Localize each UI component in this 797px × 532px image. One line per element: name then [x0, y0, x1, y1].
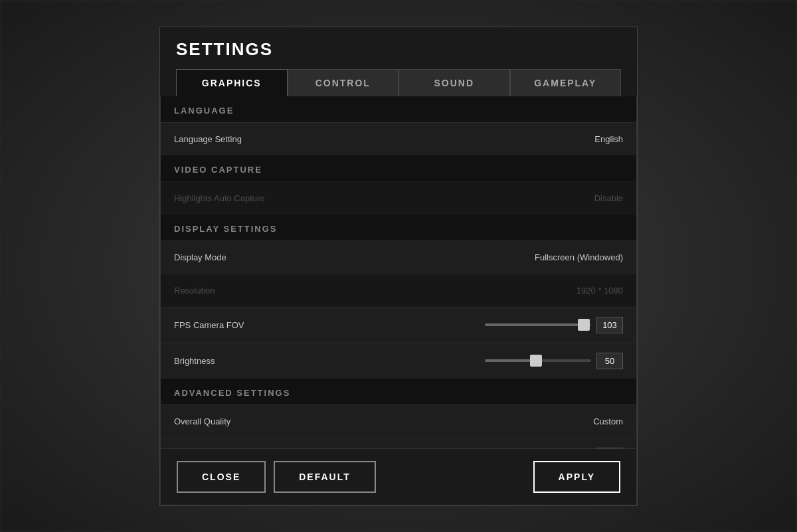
- row-language-setting: Language Setting English: [161, 122, 636, 155]
- value-resolution: 1920 * 1080: [576, 286, 623, 296]
- label-fps-camera-fov: FPS Camera FOV: [174, 320, 244, 330]
- settings-title: SETTINGS: [176, 39, 621, 60]
- row-resolution: Resolution 1920 * 1080: [161, 274, 636, 307]
- value-display-mode: Fullscreen (Windowed): [535, 252, 623, 262]
- settings-modal: SETTINGS GRAPHICS CONTROL SOUND GAMEPLAY…: [159, 27, 638, 506]
- label-brightness: Brightness: [174, 356, 215, 366]
- row-highlights-auto-capture: Highlights Auto Capture Disable: [161, 181, 636, 215]
- slider-track-brightness: [485, 359, 591, 362]
- value-language-setting: English: [594, 134, 623, 144]
- label-language-setting: Language Setting: [174, 134, 242, 144]
- row-screen-scale: Screen Scale 100: [161, 438, 636, 448]
- settings-footer: CLOSE DEFAULT APPLY: [160, 448, 637, 505]
- row-display-mode: Display Mode Fullscreen (Windowed): [161, 240, 636, 274]
- section-advanced-settings-header: ADVANCED SETTINGS: [161, 379, 636, 404]
- tab-control[interactable]: CONTROL: [288, 69, 399, 96]
- tab-graphics[interactable]: GRAPHICS: [176, 69, 288, 96]
- slider-fill-brightness: [485, 359, 536, 362]
- tab-sound[interactable]: SOUND: [398, 69, 510, 96]
- default-button[interactable]: DEFAULT: [274, 461, 376, 493]
- value-overall-quality: Custom: [593, 416, 623, 426]
- tabs-row: GRAPHICS CONTROL SOUND GAMEPLAY: [176, 69, 621, 96]
- slider-brightness[interactable]: 50: [485, 353, 623, 369]
- label-highlights-auto-capture: Highlights Auto Capture: [174, 193, 265, 203]
- apply-button[interactable]: APPLY: [533, 461, 620, 493]
- slider-fps-camera-fov[interactable]: 103: [485, 317, 623, 333]
- content-wrapper: LANGUAGE Language Setting English VIDEO …: [160, 96, 637, 448]
- section-language-header: LANGUAGE: [161, 96, 636, 122]
- label-overall-quality: Overall Quality: [174, 416, 230, 426]
- row-fps-camera-fov: FPS Camera FOV 103: [161, 307, 636, 343]
- slider-value-screen-scale: 100: [596, 448, 623, 448]
- label-display-mode: Display Mode: [174, 252, 226, 262]
- slider-fill-fps-fov: [485, 323, 584, 326]
- label-resolution: Resolution: [174, 286, 215, 296]
- settings-header: SETTINGS GRAPHICS CONTROL SOUND GAMEPLAY: [160, 27, 637, 96]
- row-brightness: Brightness 50: [161, 343, 636, 379]
- slider-thumb-brightness[interactable]: [530, 355, 542, 367]
- slider-track-fps-fov: [485, 323, 591, 326]
- footer-left: CLOSE DEFAULT: [177, 461, 376, 493]
- section-video-capture-header: VIDEO CAPTURE: [161, 155, 636, 181]
- slider-value-fps-fov: 103: [596, 317, 623, 333]
- settings-body[interactable]: LANGUAGE Language Setting English VIDEO …: [160, 96, 637, 448]
- close-button[interactable]: CLOSE: [177, 461, 266, 493]
- tab-gameplay[interactable]: GAMEPLAY: [510, 69, 622, 96]
- row-overall-quality: Overall Quality Custom: [161, 404, 636, 438]
- slider-value-brightness: 50: [596, 353, 623, 369]
- slider-thumb-fps-fov[interactable]: [578, 319, 590, 331]
- section-display-settings-header: DISPLAY SETTINGS: [161, 215, 636, 240]
- value-highlights-auto-capture: Disable: [594, 193, 623, 203]
- slider-screen-scale[interactable]: 100: [485, 448, 623, 448]
